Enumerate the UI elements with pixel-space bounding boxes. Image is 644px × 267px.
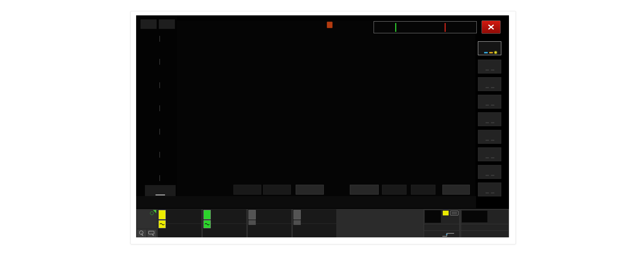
- left-axis-panel: [136, 15, 177, 196]
- tick-divider: [160, 129, 160, 135]
- channel2-coupling-icon[interactable]: [203, 220, 211, 228]
- pm-marker-bar: [395, 23, 396, 32]
- channel3-badge[interactable]: [248, 210, 256, 219]
- oscilloscope-window: [136, 15, 509, 237]
- channel2-block[interactable]: [202, 209, 246, 237]
- margin-readout-box: [374, 21, 477, 33]
- gain-trace-indicator: [484, 52, 488, 53]
- bode-plot-area[interactable]: [177, 20, 475, 196]
- axis-tick-row: [136, 82, 175, 89]
- touch-gesture-button[interactable]: [137, 230, 146, 237]
- gm-marker-bar: [445, 23, 446, 32]
- load-calibration-button[interactable]: [263, 185, 291, 195]
- active-sun-icon: [494, 51, 497, 54]
- test4-button[interactable]: [478, 112, 501, 126]
- channel1-block[interactable]: [157, 209, 201, 237]
- channel3-block[interactable]: [247, 209, 291, 237]
- channel1-coupling-icon[interactable]: [158, 220, 166, 228]
- bode-plot-canvas: [177, 20, 475, 196]
- tick-divider: [160, 36, 160, 42]
- current-test-button[interactable]: [478, 41, 501, 55]
- parameter-settings-button[interactable]: [145, 185, 176, 196]
- test5-button[interactable]: [478, 130, 501, 144]
- channel4-toggle[interactable]: [293, 220, 301, 225]
- export-data-button[interactable]: [382, 185, 407, 195]
- test8-button[interactable]: [478, 183, 501, 196]
- tick-divider: [160, 59, 160, 65]
- frequency-axis: [136, 196, 509, 208]
- touch-pad-button[interactable]: [147, 230, 156, 237]
- screenshot-card: [130, 11, 516, 244]
- trace-indicators: [478, 51, 501, 54]
- test6-button[interactable]: [478, 147, 501, 161]
- import-data-button[interactable]: [350, 185, 379, 195]
- calibration-info-button[interactable]: [233, 185, 261, 195]
- phase-axis-toggle[interactable]: [159, 19, 175, 29]
- rising-edge-icon: [442, 232, 456, 237]
- timebase-scale-tile[interactable]: [462, 211, 487, 222]
- axis-tick-row: [136, 151, 175, 158]
- test3-button[interactable]: [478, 95, 501, 109]
- test-sidebar: [476, 15, 509, 208]
- close-button[interactable]: [482, 20, 501, 34]
- axis-tick-row: [136, 59, 175, 65]
- axis-tick-row: [136, 175, 175, 181]
- tick-divider: [160, 152, 160, 158]
- tick-divider: [160, 175, 160, 181]
- gain-axis-toggle[interactable]: [141, 19, 157, 29]
- axis-tick-row: [136, 35, 175, 42]
- trigger-panel-icon[interactable]: [450, 211, 458, 215]
- trigger-source-badge[interactable]: [443, 211, 449, 215]
- touch-pad-icon: [147, 230, 156, 237]
- hide-description-button[interactable]: [411, 185, 435, 195]
- split-display-button[interactable]: [442, 185, 470, 195]
- run-stop-state[interactable]: [425, 210, 441, 223]
- axis-tick-row: [136, 105, 175, 112]
- trigger-block: [424, 209, 460, 237]
- phase-display-mode-button[interactable]: [296, 185, 324, 195]
- phase-trace-indicator: [489, 52, 493, 53]
- test2-button[interactable]: [478, 77, 501, 91]
- test7-button[interactable]: [478, 165, 501, 179]
- channel4-badge[interactable]: [293, 210, 301, 219]
- tick-divider: [160, 105, 160, 111]
- timebase-block: [461, 209, 509, 237]
- registered-mark-icon: [150, 211, 154, 215]
- touch-circle-icon: [137, 230, 146, 237]
- channel4-block[interactable]: [292, 209, 336, 237]
- close-icon: [487, 24, 495, 30]
- test1-button[interactable]: [478, 60, 501, 74]
- channel1-badge[interactable]: [158, 210, 166, 219]
- channel3-toggle[interactable]: [248, 220, 256, 225]
- axis-header: [136, 19, 177, 29]
- brand-logo: [137, 210, 156, 228]
- cursor-b-handle[interactable]: [327, 22, 333, 28]
- channel2-badge[interactable]: [203, 210, 211, 219]
- tick-divider: [160, 82, 160, 88]
- selected-underline: [156, 195, 165, 195]
- status-bar: [136, 208, 509, 237]
- axis-tick-row: [136, 128, 175, 135]
